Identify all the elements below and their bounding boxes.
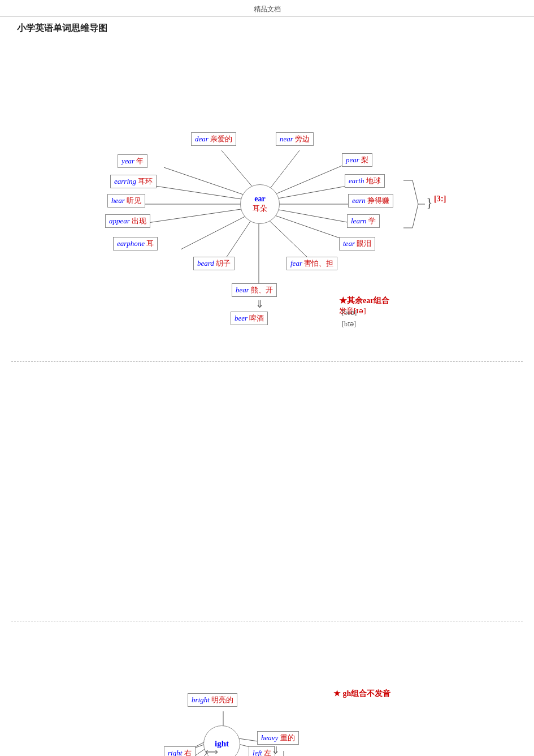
- word-hear: hear 听见: [107, 194, 145, 208]
- word-near: near 旁边: [276, 132, 314, 146]
- center-ear-cn: 耳朵: [253, 204, 267, 214]
- svg-line-13: [264, 215, 308, 258]
- svg-line-10: [181, 213, 253, 249]
- diagram-area: ear 耳朵 dear 亲爱的 near 旁边 year 年 pear 梨 ea…: [0, 40, 534, 756]
- svg-line-12: [226, 215, 254, 258]
- svg-line-9: [270, 208, 350, 223]
- word-fear: fear 害怕、担: [286, 257, 337, 270]
- svg-line-8: [140, 208, 249, 224]
- section-ake: ★ ake组合发音 ake lake 湖 ← stream 溪流 river 河…: [0, 626, 534, 756]
- section3-lines: [0, 626, 534, 756]
- divider2: [11, 621, 523, 621]
- svg-line-2: [164, 167, 251, 197]
- phonetic-bea: [beə]: [342, 309, 357, 317]
- center-ear: ear 耳朵: [240, 184, 280, 224]
- header-label: 精品文档: [254, 5, 281, 13]
- word-earn: earn 挣得赚: [348, 194, 393, 208]
- section2-lines: [0, 366, 534, 587]
- divider1: [11, 361, 523, 362]
- svg-line-18: [413, 204, 418, 228]
- word-appear: appear 出现: [105, 214, 150, 228]
- center-ear-en: ear: [254, 195, 265, 204]
- svg-line-3: [268, 165, 345, 197]
- word-bear: bear 熊、开: [232, 283, 277, 297]
- word-earphone: earphone 耳: [113, 237, 158, 250]
- page-title: 小学英语单词思维导图: [17, 23, 534, 34]
- word-beard: beard 胡子: [193, 257, 235, 270]
- word-dear: dear 亲爱的: [191, 132, 236, 146]
- word-learn: learn 学: [347, 214, 380, 228]
- word-beer: beer 啤酒: [231, 312, 268, 325]
- word-year: year 年: [118, 154, 147, 168]
- page-header: 精品文档: [0, 0, 534, 17]
- svg-line-4: [155, 186, 249, 200]
- arrow-bear-beer: ⇓: [255, 298, 264, 310]
- word-earring: earring 耳环: [110, 175, 157, 188]
- svg-line-16: [413, 180, 418, 204]
- section-ear: ear 耳朵 dear 亲爱的 near 旁边 year 年 pear 梨 ea…: [0, 40, 534, 357]
- word-pear: pear 梨: [342, 153, 372, 167]
- pronunciation-3: [3ː]: [434, 194, 446, 204]
- word-earth: earth 地球: [345, 174, 385, 188]
- phonetic-bia: [bɪə]: [342, 320, 356, 329]
- svg-line-5: [268, 184, 356, 200]
- section-ight: ★ gh组合不发音 bright 明亮的 ight right 右 ⟺ left…: [0, 366, 534, 587]
- bracket-label: }: [426, 196, 433, 209]
- word-tear: tear 眼泪: [339, 237, 375, 250]
